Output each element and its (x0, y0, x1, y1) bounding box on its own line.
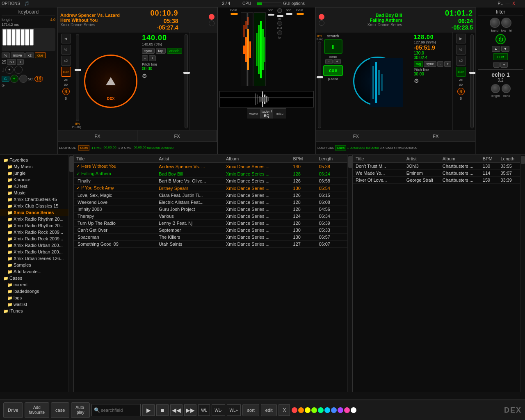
master-knob[interactable] (277, 8, 282, 13)
piano-key-white[interactable] (2, 29, 7, 46)
track-row[interactable]: ✓Here Without You Andrew Spencer Vs. ...… (74, 163, 347, 170)
track-row[interactable]: River Of Love... George Strait Chartbust… (353, 177, 520, 184)
sidebar-item-add-favorite[interactable]: 📁Add favorite... (0, 268, 73, 275)
sidebar-item-xmix-club[interactable]: 📁Xmix Club Classics 15 (0, 203, 73, 209)
track-row[interactable]: Something Good '09 Utah Saints Xmix Danc… (74, 241, 347, 248)
x-btn[interactable]: X (278, 404, 290, 416)
echo-echo-knob[interactable] (502, 84, 511, 93)
x2-btn[interactable]: x2 (25, 52, 34, 58)
deck1-ctrl1[interactable]: ◀ (61, 34, 71, 43)
col-album[interactable]: Album (224, 155, 291, 163)
sidebar-item-cases[interactable]: 📁Cases (0, 275, 73, 281)
deck1-tap-btn[interactable]: tap (156, 48, 166, 54)
piano-key-white[interactable] (25, 29, 29, 46)
mid-knob[interactable] (277, 30, 282, 35)
deck2-bend-minus[interactable]: - (325, 59, 333, 64)
deck2-ctrl2[interactable]: ½ (456, 45, 466, 55)
sidebar-item-logs[interactable]: 📁logs (0, 294, 73, 301)
minimize-btn[interactable]: — (506, 1, 510, 6)
right-track-scrollbar[interactable] (520, 155, 525, 392)
track-row[interactable]: Can't Get Over September Xmix Dance Seri… (74, 227, 347, 234)
filter-minus-btn[interactable]: - (493, 62, 500, 68)
color-purple[interactable] (338, 407, 343, 413)
right-col-title[interactable]: Title (353, 155, 404, 163)
hi-knob[interactable] (277, 21, 282, 26)
right-col-bpm[interactable]: BPM (480, 155, 498, 163)
deck2-fx2-btn[interactable]: FX (396, 130, 476, 142)
sidebar-item-xmix-radio-urban1[interactable]: 📁Xmix Radio Urban 200... (0, 242, 73, 249)
piano-key-white[interactable] (30, 29, 34, 46)
sidebar-item-xmix-urban[interactable]: 📁Xmix Urban Series 126... (0, 255, 73, 262)
sidebar-item-samples[interactable]: 📁Samples (0, 262, 73, 268)
pan-left-slider[interactable] (269, 14, 272, 14)
sidebar-item-my-music[interactable]: 📁My Music (0, 163, 73, 170)
sidebar-item-xmix-radio-urban2[interactable]: 📁Xmix Radio Urban 200... (0, 249, 73, 255)
deck1-fx1-btn[interactable]: FX (58, 130, 137, 142)
filter-up-btn[interactable]: ▲ (492, 46, 500, 52)
color-lime[interactable] (311, 407, 317, 413)
case-btn[interactable]: case (51, 402, 69, 418)
crossfader[interactable] (278, 15, 281, 16)
wl-btn[interactable]: WL (198, 404, 210, 416)
right-col-artist[interactable]: Artist (404, 155, 440, 163)
rwd-btn[interactable]: ◀◀ (170, 404, 183, 416)
deck1-btn2[interactable] (209, 21, 215, 26)
minus-btn[interactable]: - (14, 66, 23, 74)
deck1-cue-btn[interactable]: cue (61, 67, 71, 77)
filter-cue-btn[interactable]: cue (493, 53, 507, 60)
echo-length-knob[interactable] (491, 84, 500, 93)
deck1-4-btn[interactable]: 4 (62, 88, 70, 95)
color-red[interactable] (292, 407, 297, 413)
gain-right-slider[interactable] (298, 13, 302, 14)
deck1-ctrl2[interactable]: ½ (61, 45, 71, 55)
sidebar-item-loadedsongs[interactable]: 📁loadedsongs (0, 288, 73, 294)
deck2-cue-sm-btn[interactable]: cue (456, 67, 466, 77)
sidebar-item-favorites[interactable]: 📁Favorites (0, 157, 73, 163)
color-cyan[interactable] (324, 407, 330, 413)
options-menu[interactable]: OPTIONS (2, 1, 20, 6)
edit-btn[interactable]: edit (261, 404, 277, 416)
deck1-indicator[interactable] (209, 14, 215, 20)
right-col-length[interactable]: Length (498, 155, 520, 163)
piano-key-white[interactable] (11, 29, 16, 46)
filter-plus-btn[interactable]: + (500, 62, 507, 68)
add-favourite-btn[interactable]: Addfavourite (25, 402, 49, 418)
sidebar-item-jungle[interactable]: 📁jungle (0, 170, 73, 176)
deck2-4-btn[interactable]: 4 (457, 88, 465, 95)
deck2-tag-btn[interactable]: tag (414, 61, 423, 67)
deck2-sync-btn[interactable]: sync (424, 61, 436, 67)
track-row[interactable]: Therapy Various Xmix Dance Series ... 12… (74, 213, 347, 220)
sidebar-item-itunes[interactable]: 📁iTunes (0, 308, 73, 314)
deck2-ctrl1[interactable]: ▶ (456, 34, 466, 43)
gui-options-btn[interactable]: GUI options (283, 1, 305, 6)
deck1-sync-btn[interactable]: sync (142, 48, 155, 54)
deck1-pitch-slider[interactable] (76, 34, 79, 121)
num-1-btn[interactable]: 1 (17, 59, 24, 65)
scrollbar-thumb[interactable] (69, 156, 73, 172)
piano-key-white[interactable] (21, 29, 25, 46)
deck2-btn2[interactable] (319, 20, 324, 26)
piano-key-white[interactable] (16, 29, 20, 46)
sidebar-item-xmix-radio-rock1[interactable]: 📁Xmix Radio Rock 2009... (0, 229, 73, 235)
color-white[interactable] (351, 407, 356, 413)
color-orange[interactable] (298, 407, 304, 413)
deck2-plus-bpm[interactable]: + (444, 61, 451, 67)
deck1-turntable[interactable]: DEX (84, 55, 137, 108)
color-blue[interactable] (331, 407, 337, 413)
right-scrollbar-thumb[interactable] (521, 156, 525, 164)
autoplay-btn[interactable]: Auto-play (71, 402, 90, 418)
drive-btn[interactable]: Drive (3, 402, 23, 418)
color-yellow[interactable] (305, 407, 310, 413)
filter-down-btn[interactable]: ▼ (501, 46, 510, 52)
track-row[interactable]: Finally Bart B More Vs. Olive... Xmix Da… (74, 178, 347, 185)
wave-tab[interactable]: wave (247, 109, 260, 119)
wl-minus-btn[interactable]: WL- (212, 404, 225, 416)
fwd-btn[interactable]: ▶▶ (184, 404, 196, 416)
deck1-cue-label[interactable]: Cues (78, 145, 89, 151)
deck2-fx1-btn[interactable]: FX (316, 130, 396, 142)
deck2-pitch-slider[interactable] (318, 41, 321, 128)
deck1-attach-btn[interactable]: attach (167, 48, 182, 54)
track-row[interactable]: Infinity 2008 Guru Josh Project Xmix Dan… (74, 206, 347, 213)
cue-kb-btn[interactable]: cue (35, 52, 46, 58)
track-row[interactable]: ✓If You Seek Amy Britney Spears Xmix Dan… (74, 185, 347, 192)
